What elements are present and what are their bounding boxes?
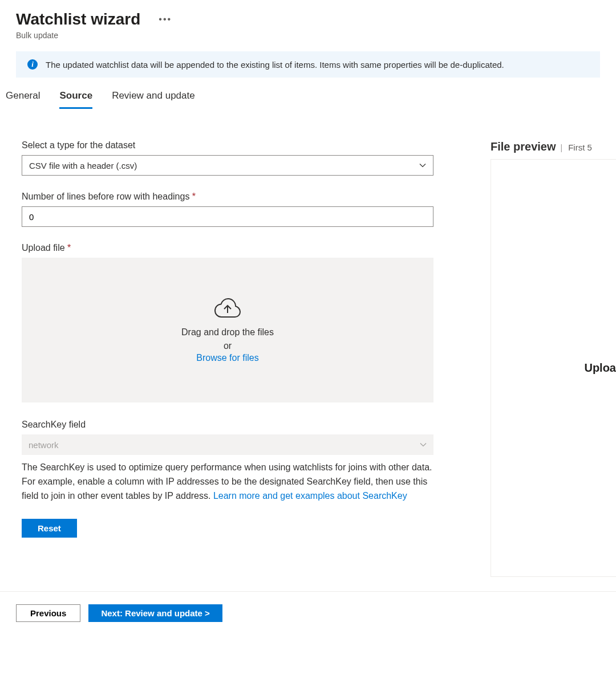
form-column: Select a type for the dataset CSV file w… <box>0 140 456 577</box>
tab-general[interactable]: General <box>6 87 40 109</box>
wizard-footer: Previous Next: Review and update > <box>0 591 616 636</box>
file-preview-placeholder: Uploa <box>584 361 616 375</box>
lines-before-headings-label: Number of lines before row with headings… <box>22 192 456 202</box>
page-header: Watchlist wizard ••• Bulk update <box>0 0 616 44</box>
tab-source[interactable]: Source <box>59 87 92 109</box>
chevron-down-icon <box>419 162 426 169</box>
browse-files-link[interactable]: Browse for files <box>196 353 258 363</box>
info-banner: i The updated watchlist data will be app… <box>16 51 600 78</box>
tab-review[interactable]: Review and update <box>112 87 195 109</box>
dataset-type-value: CSV file with a header (.csv) <box>29 161 137 170</box>
file-dropzone[interactable]: Drag and drop the files or Browse for fi… <box>22 258 433 402</box>
dropzone-text-line1: Drag and drop the files <box>181 326 274 339</box>
info-banner-text: The updated watchlist data will be appen… <box>46 60 504 70</box>
reset-button[interactable]: Reset <box>22 519 77 538</box>
searchkey-value: network <box>29 440 59 450</box>
lines-before-headings-input[interactable] <box>22 206 433 227</box>
more-menu-icon[interactable]: ••• <box>159 14 172 25</box>
dataset-type-label: Select a type for the dataset <box>22 140 456 151</box>
preview-column: File preview | First 5 Uploa <box>491 140 616 577</box>
info-icon: i <box>27 59 38 70</box>
dropzone-text-line2: or <box>224 339 232 353</box>
page-title: Watchlist wizard <box>16 10 140 29</box>
file-preview-box: Uploa <box>491 159 616 577</box>
next-button[interactable]: Next: Review and update > <box>88 604 222 622</box>
previous-button[interactable]: Previous <box>16 604 80 622</box>
chevron-down-icon <box>420 441 427 448</box>
searchkey-label: SearchKey field <box>22 420 456 430</box>
file-preview-title: File preview <box>491 140 556 153</box>
dataset-type-select[interactable]: CSV file with a header (.csv) <box>22 155 433 176</box>
wizard-tabs: General Source Review and update <box>0 78 616 109</box>
searchkey-select[interactable]: network <box>22 434 433 455</box>
cloud-upload-icon <box>214 297 241 319</box>
page-subtitle: Bulk update <box>16 31 600 40</box>
file-preview-subtitle: First 5 <box>568 143 592 152</box>
searchkey-help-text: The SearchKey is used to optimize query … <box>22 461 433 503</box>
searchkey-learn-more-link[interactable]: Learn more and get examples about Search… <box>213 491 407 501</box>
upload-file-label: Upload file * <box>22 243 456 253</box>
